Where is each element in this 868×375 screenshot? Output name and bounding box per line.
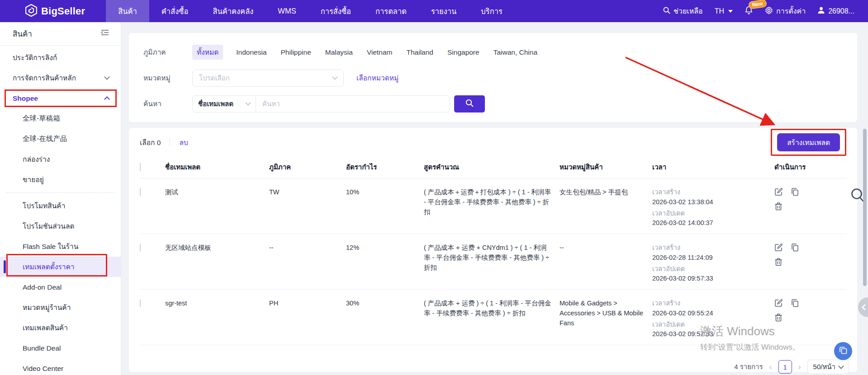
filter-panel: ภูมิภาค ทั้งหมด Indonesia Philippine Mal…	[129, 33, 857, 122]
table-row: 测试 TW 10% ( 产品成本＋运费＋打包成本 ) ÷ ( 1 - 利润率 -…	[140, 178, 846, 234]
delete-icon[interactable]	[774, 313, 783, 322]
formula-value: ( 产品成本＋运费＋打包成本 ) ÷ ( 1 - 利润率 - 平台佣金率 - 手…	[424, 188, 560, 217]
copy-icon[interactable]	[791, 299, 800, 308]
updated-time: 2026-03-02 09:57:33	[652, 274, 766, 284]
sidebar-item-shop-category[interactable]: หมวดหมู่ร้านค้า	[0, 297, 121, 318]
sidebar: สินค้า ประวัติการลิงก์ การจัดการสินค้าหล…	[0, 22, 121, 375]
region-filter-row: ภูมิภาค ทั้งหมด Indonesia Philippine Mal…	[143, 39, 857, 65]
nav-tab-products[interactable]: สินค้า	[106, 0, 149, 22]
notifications-button[interactable]: New	[745, 6, 753, 17]
category-label: หมวดหมู่	[143, 72, 192, 84]
sidebar-item-shopee[interactable]: Shopee	[0, 88, 121, 108]
region-tab-singapore[interactable]: Singapore	[446, 47, 480, 58]
region-tab-vietnam[interactable]: Vietnam	[366, 47, 394, 58]
choose-category-link[interactable]: เลือกหมวดหมู่	[356, 72, 398, 84]
sidebar-menu: ประวัติการลิงก์ การจัดการสินค้าหลัก Shop…	[0, 46, 121, 375]
sidebar-item-pricing-template[interactable]: เทมเพลตตั้งราคา	[0, 257, 121, 277]
bigseller-logo-icon	[25, 4, 37, 19]
search-icon	[663, 7, 670, 16]
language-selector[interactable]: TH	[715, 7, 733, 15]
row-checkbox[interactable]	[140, 244, 141, 252]
region-tab-philippine[interactable]: Philippine	[280, 47, 312, 58]
table-toolbar: เลือก 0 ลบ สร้างเทมเพลต	[140, 128, 846, 157]
delete-icon[interactable]	[774, 202, 783, 211]
updated-time: 2026-03-02 14:00:37	[652, 218, 766, 228]
nav-tab-wms[interactable]: WMS	[266, 0, 308, 22]
page-size-select[interactable]: 50/หน้า	[807, 360, 849, 374]
nav-tab-orders[interactable]: คำสั่งซื้อ	[149, 0, 201, 22]
sidebar-item-video-center[interactable]: Video Center	[0, 358, 121, 375]
create-template-button[interactable]: สร้างเทมเพลต	[777, 133, 840, 151]
edit-icon[interactable]	[774, 188, 783, 197]
row-checkbox[interactable]	[140, 188, 141, 196]
user-icon	[817, 6, 825, 16]
region-tab-all[interactable]: ทั้งหมด	[192, 45, 223, 60]
sidebar-item-link-history[interactable]: ประวัติการลิงก์	[0, 47, 121, 68]
user-menu[interactable]: 26908...	[817, 6, 854, 16]
region-tab-malaysia[interactable]: Malaysia	[324, 47, 354, 58]
navbar-right: ช่วยเหลือ TH New การตั้งค่า 26908...	[663, 0, 868, 22]
region-tab-thailand[interactable]: Thailand	[406, 47, 434, 58]
collapse-sidebar-icon[interactable]	[101, 29, 109, 38]
sidebar-item-discount-promotion[interactable]: โปรโมชันส่วนลด	[0, 216, 121, 236]
category-select[interactable]: โปรดเลือก	[192, 70, 344, 87]
nav-tab-purchase[interactable]: การสั่งซื้อ	[308, 0, 363, 22]
floating-widgets-button[interactable]	[834, 342, 852, 360]
nav-tab-services[interactable]: บริการ	[469, 0, 514, 22]
col-formula: สูตรคำนวณ	[424, 162, 560, 173]
prev-page-icon[interactable]: ‹	[769, 362, 772, 372]
region-value: --	[269, 243, 346, 253]
sidebar-item-selling[interactable]: ขายอยู่	[0, 169, 121, 190]
search-button[interactable]	[454, 95, 485, 112]
search-label: ค้นหา	[143, 98, 192, 109]
sidebar-item-main-product-management[interactable]: การจัดการสินค้าหลัก	[0, 68, 121, 88]
col-region: ภูมิภาค	[269, 162, 346, 173]
delete-button[interactable]: ลบ	[179, 137, 188, 148]
top-navbar: BigSeller สินค้า คำสั่งซื้อ สินค้าคงคลัง…	[0, 0, 868, 22]
sidebar-item-global-online-products[interactable]: 全球-在线产品	[0, 129, 121, 149]
edit-icon[interactable]	[774, 299, 783, 308]
table-row: sgr-test PH 30% ( 产品成本 + 运费 ) ÷ ( 1 - 利润…	[140, 290, 846, 345]
region-label: ภูมิภาค	[143, 47, 192, 58]
category-value: Mobile & Gadgets > Accessories > USB & M…	[560, 299, 652, 328]
pagination: 4 รายการ ‹ 1 › 50/หน้า	[734, 360, 849, 374]
sidebar-item-flash-sale[interactable]: Flash Sale ในร้าน	[0, 236, 121, 257]
category-value: 女生包包/精品 > 手提包	[560, 188, 652, 197]
help-button[interactable]: ช่วยเหลือ	[663, 5, 703, 17]
chevron-down-icon	[332, 74, 338, 80]
search-input[interactable]	[256, 100, 450, 108]
sidebar-item-draft-box[interactable]: กล่องร่าง	[0, 149, 121, 169]
nav-tab-marketing[interactable]: การตลาด	[363, 0, 419, 22]
sidebar-item-global-draft-box[interactable]: 全球-草稿箱	[0, 108, 121, 129]
region-tab-indonesia[interactable]: Indonesia	[235, 47, 267, 58]
template-name: 测试	[165, 188, 269, 197]
updated-time: 2026-03-02 09:57:33	[652, 329, 766, 339]
edit-icon[interactable]	[774, 243, 783, 252]
profit-rate-value: 10%	[346, 188, 424, 197]
region-tab-taiwan-china[interactable]: Taiwan, China	[493, 47, 538, 58]
settings-button[interactable]: การตั้งค่า	[765, 5, 806, 17]
nav-tab-reports[interactable]: รายงาน	[419, 0, 469, 22]
copy-icon[interactable]	[791, 188, 800, 197]
sidebar-item-product-template[interactable]: เทมเพลตสินค้า	[0, 318, 121, 338]
nav-tab-inventory[interactable]: สินค้าคงคลัง	[200, 0, 266, 22]
search-type-select[interactable]: ชื่อเทมเพลต	[193, 96, 256, 112]
sidebar-item-bundle-deal[interactable]: Bundle Deal	[0, 338, 121, 358]
col-profit-rate: อัตรากำไร	[346, 162, 424, 173]
total-count: 4 รายการ	[734, 361, 763, 372]
row-checkbox[interactable]	[140, 299, 141, 307]
sidebar-item-promote-products[interactable]: โปรโมทสินค้า	[0, 196, 121, 216]
category-value: --	[560, 243, 652, 253]
select-all-checkbox[interactable]	[140, 163, 141, 171]
brand-logo[interactable]: BigSeller	[0, 0, 106, 22]
scrollbar-thumb[interactable]	[863, 129, 867, 286]
profit-rate-value: 30%	[346, 299, 424, 309]
delete-icon[interactable]	[774, 258, 783, 267]
page-number[interactable]: 1	[778, 360, 792, 374]
selected-count: เลือก 0	[140, 137, 161, 148]
next-page-icon[interactable]: ›	[798, 362, 801, 372]
brand-name: BigSeller	[41, 5, 85, 17]
copy-icon[interactable]	[791, 243, 800, 252]
col-time: เวลา	[652, 162, 774, 173]
sidebar-item-addon-deal[interactable]: Add-on Deal	[0, 277, 121, 297]
